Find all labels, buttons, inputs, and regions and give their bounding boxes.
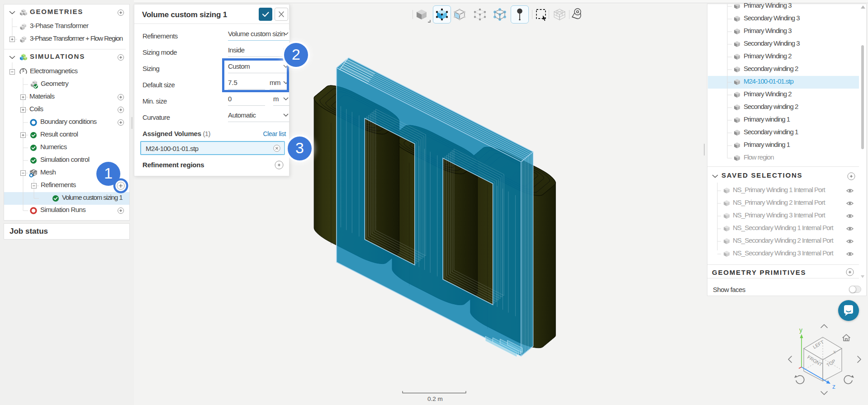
- svg-text:y: y: [799, 326, 802, 334]
- svg-text:0.2 m: 0.2 m: [427, 396, 443, 402]
- svg-text:z: z: [832, 383, 835, 390]
- svg-text:x: x: [833, 349, 836, 354]
